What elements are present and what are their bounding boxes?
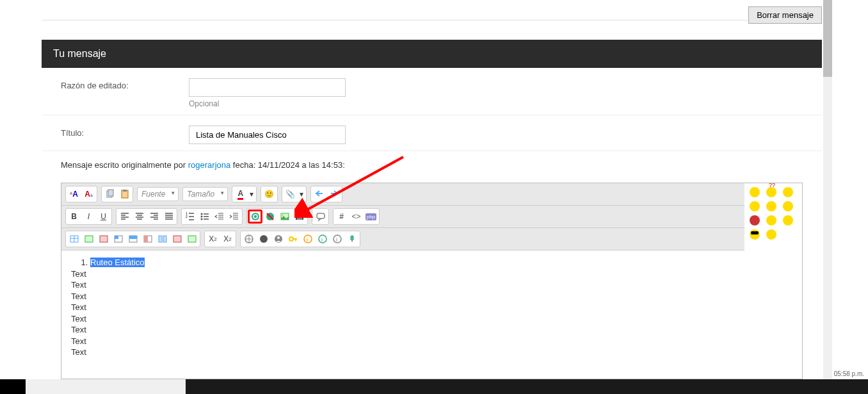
smiley-sad-icon[interactable] — [783, 201, 793, 211]
selected-text: Ruteo Estático — [90, 258, 145, 267]
svg-rect-20 — [85, 236, 93, 242]
cell-button[interactable] — [111, 232, 125, 246]
paste-button[interactable] — [117, 187, 132, 201]
align-right-button[interactable] — [147, 209, 161, 224]
svg-point-41 — [334, 235, 341, 243]
info-gray-button[interactable]: i — [330, 232, 344, 246]
svg-text:i: i — [307, 236, 308, 243]
align-center-button[interactable] — [132, 209, 147, 224]
underline-button[interactable]: U — [96, 209, 111, 224]
align-justify-button[interactable] — [161, 209, 176, 224]
svg-rect-23 — [115, 236, 118, 239]
unlink-button[interactable] — [262, 209, 277, 224]
align-left-button[interactable] — [117, 209, 132, 224]
text-color-button[interactable]: A — [233, 187, 248, 201]
row-button[interactable] — [125, 232, 140, 246]
delete-message-button[interactable]: Borrar mensaje — [748, 6, 822, 24]
svg-rect-21 — [100, 236, 108, 242]
font-select[interactable]: Fuente — [137, 187, 179, 201]
editor-toolbar-row-1: ᴬA Aₐ Fuente Tamaño A ▾ — [61, 183, 744, 206]
subscript-button[interactable]: X2 — [205, 232, 220, 246]
svg-rect-25 — [129, 236, 137, 239]
svg-text:i: i — [336, 236, 337, 243]
svg-point-36 — [289, 237, 293, 241]
outdent-button[interactable] — [212, 209, 227, 224]
globe-button[interactable] — [241, 232, 256, 246]
key-button[interactable] — [285, 232, 300, 246]
emoji-button[interactable]: 🙂 — [262, 187, 277, 201]
unordered-list-button[interactable] — [197, 209, 212, 224]
svg-rect-28 — [159, 236, 162, 242]
svg-point-39 — [319, 235, 326, 243]
split-button[interactable] — [155, 232, 170, 246]
dark-circle-button[interactable] — [256, 232, 271, 246]
svg-text:i: i — [321, 236, 323, 243]
smiley-laugh-icon[interactable] — [766, 229, 776, 240]
text-line: Text — [71, 268, 735, 280]
page-scrollbar[interactable] — [823, 0, 832, 379]
font-case-alt-button[interactable]: Aₐ — [81, 187, 96, 201]
edit-reason-label: Razón de editado: — [61, 78, 176, 90]
undo-button[interactable] — [312, 187, 326, 201]
text-color-dropdown[interactable]: ▾ — [248, 187, 255, 201]
link-button[interactable] — [248, 209, 262, 224]
table-button[interactable] — [67, 232, 81, 246]
smiley-grin-icon[interactable] — [766, 201, 776, 211]
italic-button[interactable]: I — [81, 209, 96, 224]
editor-content[interactable]: Ruteo Estático Text Text Text Text Text … — [61, 250, 744, 379]
svg-point-9 — [200, 216, 202, 218]
font-case-button[interactable]: ᴬA — [67, 187, 81, 201]
svg-rect-18 — [317, 213, 325, 218]
attachment-dropdown[interactable]: ▾ — [298, 187, 305, 201]
smiley-tongue-icon[interactable] — [766, 215, 776, 226]
info-teal-button[interactable]: i — [315, 232, 330, 246]
author-link[interactable]: rogerarjona — [188, 160, 231, 170]
smiley-neutral-icon[interactable] — [783, 187, 793, 197]
redo-button[interactable] — [326, 187, 341, 201]
edit-reason-input[interactable] — [189, 78, 346, 97]
svg-point-11 — [252, 213, 259, 220]
svg-rect-3 — [108, 190, 113, 196]
ordered-list-button[interactable]: 12 — [182, 209, 197, 224]
svg-point-35 — [277, 236, 280, 239]
original-message-meta: Mensaje escrito originalmente por rogera… — [42, 151, 822, 176]
person-button[interactable] — [271, 232, 285, 246]
copy-button[interactable] — [102, 187, 117, 201]
svg-point-14 — [282, 215, 284, 216]
edit-reason-hint: Opcional — [189, 99, 803, 108]
marker-button[interactable] — [344, 232, 359, 246]
bold-button[interactable]: B — [67, 209, 81, 224]
smiley-happy-icon[interactable] — [750, 201, 760, 211]
title-input[interactable] — [189, 126, 346, 144]
text-line: Text — [71, 302, 735, 313]
svg-rect-30 — [173, 236, 181, 242]
quote-button[interactable] — [313, 209, 328, 224]
smiley-wink-icon[interactable] — [783, 215, 793, 226]
superscript-button[interactable]: X2 — [220, 232, 235, 246]
smiley-question-icon[interactable]: ?? — [766, 187, 776, 197]
svg-rect-5 — [123, 190, 127, 192]
info-orange-button[interactable]: i — [300, 232, 315, 246]
title-label: Título: — [61, 126, 176, 138]
scroll-thumb[interactable] — [823, 0, 832, 77]
text-line: Text — [71, 336, 735, 347]
text-line: Text — [71, 313, 735, 325]
svg-point-10 — [200, 218, 202, 220]
hash-button[interactable]: # — [334, 209, 349, 224]
code-button[interactable]: <> — [349, 209, 364, 224]
cell-props-button[interactable] — [184, 232, 199, 246]
text-line: Text — [71, 279, 735, 291]
attachment-button[interactable]: 📎 — [283, 187, 298, 201]
smiley-smile-icon[interactable] — [750, 187, 760, 197]
table-insert-button[interactable] — [81, 232, 96, 246]
table-delete-button[interactable] — [96, 232, 111, 246]
merge-button[interactable] — [170, 232, 184, 246]
php-button[interactable]: php — [364, 209, 378, 224]
video-button[interactable] — [292, 209, 307, 224]
col-button[interactable] — [140, 232, 155, 246]
smiley-angry-icon[interactable] — [750, 215, 760, 226]
size-select[interactable]: Tamaño — [182, 187, 228, 201]
indent-button[interactable] — [227, 209, 241, 224]
image-button[interactable] — [277, 209, 292, 224]
smiley-cool-icon[interactable] — [750, 229, 760, 240]
